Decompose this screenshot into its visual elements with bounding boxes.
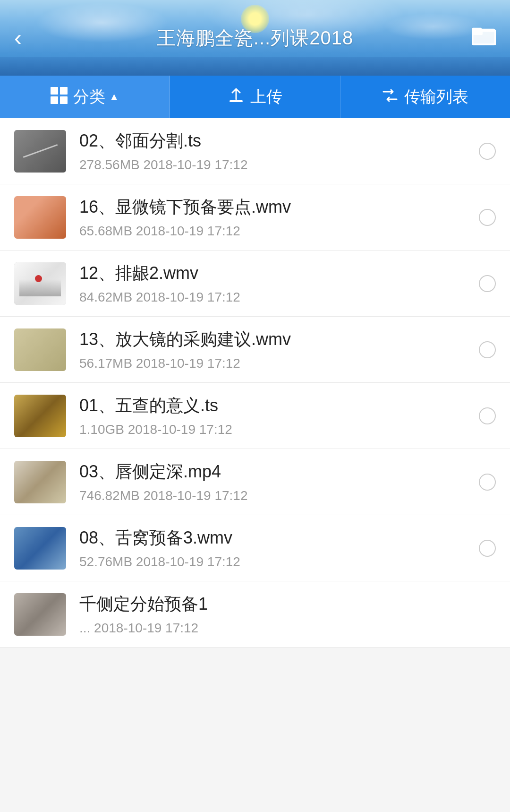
file-meta: 84.62MB 2018-10-19 17:12 [79,290,469,305]
file-thumbnail [14,527,66,570]
header-sea [0,57,510,76]
header: ‹ 王海鹏全瓷...列课2018 [0,0,510,76]
file-meta: 1.10GB 2018-10-19 17:12 [79,422,469,437]
file-thumbnail [14,395,66,437]
toolbar: 分类 ▲ 上传 传输列表 [0,76,510,118]
file-meta: ... 2018-10-19 17:12 [79,621,496,636]
file-radio[interactable] [479,209,496,226]
file-item[interactable]: 08、舌窝预备3.wmv52.76MB 2018-10-19 17:12 [0,515,510,581]
back-button[interactable]: ‹ [14,26,22,49]
file-name: 13、放大镜的采购建议.wmv [79,328,469,351]
file-name: 02、邻面分割.ts [79,130,469,153]
file-info: 03、唇侧定深.mp4746.82MB 2018-10-19 17:12 [79,460,469,503]
file-meta: 746.82MB 2018-10-19 17:12 [79,488,469,503]
svg-rect-7 [51,96,58,104]
page-title: 王海鹏全瓷...列课2018 [157,25,353,51]
upload-icon [228,87,245,107]
file-item[interactable]: 12、排龈2.wmv84.62MB 2018-10-19 17:12 [0,251,510,317]
svg-rect-6 [60,87,68,95]
classify-label: 分类 [73,86,105,108]
file-radio[interactable] [479,341,496,358]
file-item[interactable]: 01、五查的意义.ts1.10GB 2018-10-19 17:12 [0,383,510,449]
file-thumbnail [14,328,66,371]
file-radio[interactable] [479,540,496,557]
svg-rect-9 [230,100,243,102]
file-info: 16、显微镜下预备要点.wmv65.68MB 2018-10-19 17:12 [79,196,469,239]
file-meta: 278.56MB 2018-10-19 17:12 [79,157,469,173]
toolbar-transfer[interactable]: 传输列表 [340,76,510,118]
file-radio[interactable] [479,275,496,292]
file-name: 08、舌窝预备3.wmv [79,527,469,550]
folder-icon[interactable] [472,26,496,50]
transfer-icon [382,87,399,107]
file-radio[interactable] [479,407,496,424]
file-meta: 52.76MB 2018-10-19 17:12 [79,554,469,570]
file-name: 01、五查的意义.ts [79,394,469,417]
grid-icon [51,87,68,107]
file-name: 12、排龈2.wmv [79,262,469,285]
file-item[interactable]: 千侧定分始预备1... 2018-10-19 17:12 [0,581,510,648]
file-thumbnail [14,262,66,305]
file-info: 08、舌窝预备3.wmv52.76MB 2018-10-19 17:12 [79,527,469,570]
file-info: 01、五查的意义.ts1.10GB 2018-10-19 17:12 [79,394,469,437]
file-thumbnail [14,196,66,239]
file-info: 02、邻面分割.ts278.56MB 2018-10-19 17:12 [79,130,469,173]
file-item[interactable]: 16、显微镜下预备要点.wmv65.68MB 2018-10-19 17:12 [0,184,510,251]
file-info: 千侧定分始预备1... 2018-10-19 17:12 [79,593,496,636]
classify-arrow: ▲ [109,91,119,103]
file-thumbnail [14,461,66,503]
file-radio[interactable] [479,143,496,160]
file-thumbnail [14,593,66,636]
file-radio[interactable] [479,474,496,491]
svg-rect-8 [60,96,68,104]
file-meta: 56.17MB 2018-10-19 17:12 [79,356,469,371]
file-item[interactable]: 03、唇侧定深.mp4746.82MB 2018-10-19 17:12 [0,449,510,515]
file-thumbnail [14,130,66,173]
upload-label: 上传 [250,86,282,108]
svg-rect-5 [51,87,58,95]
transfer-label: 传输列表 [404,86,468,108]
file-name: 03、唇侧定深.mp4 [79,460,469,484]
file-name: 千侧定分始预备1 [79,593,496,616]
file-info: 13、放大镜的采购建议.wmv56.17MB 2018-10-19 17:12 [79,328,469,371]
toolbar-upload[interactable]: 上传 [170,76,340,118]
file-meta: 65.68MB 2018-10-19 17:12 [79,224,469,239]
file-name: 16、显微镜下预备要点.wmv [79,196,469,219]
file-item[interactable]: 02、邻面分割.ts278.56MB 2018-10-19 17:12 [0,118,510,184]
file-info: 12、排龈2.wmv84.62MB 2018-10-19 17:12 [79,262,469,305]
file-item[interactable]: 13、放大镜的采购建议.wmv56.17MB 2018-10-19 17:12 [0,317,510,383]
file-list: 02、邻面分割.ts278.56MB 2018-10-19 17:1216、显微… [0,118,510,648]
toolbar-classify[interactable]: 分类 ▲ [0,76,170,118]
